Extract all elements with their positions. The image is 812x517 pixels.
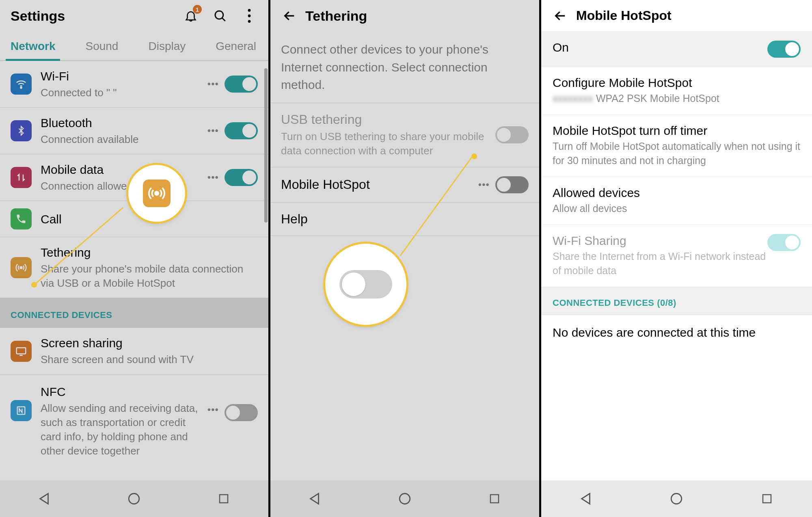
nfc-more-icon[interactable]: ••• [202,404,225,415]
row-hotspot-on[interactable]: On [541,32,812,67]
tab-network[interactable]: Network [11,40,55,60]
bt-title: Bluetooth [41,115,202,131]
nav-recent-icon[interactable] [486,490,503,508]
svg-rect-9 [220,495,228,503]
svg-rect-14 [763,495,771,503]
svg-rect-6 [17,348,26,354]
row-usb-tethering: USB tetheringTurn on USB tethering to sh… [270,103,539,167]
svg-point-1 [248,9,251,12]
bluetooth-icon [11,120,32,141]
svg-point-3 [248,20,251,23]
more-icon[interactable] [241,7,258,24]
nav-recent-icon[interactable] [758,490,776,508]
wifi-sub: Connected to " " [41,86,202,100]
nav-home-icon[interactable] [396,490,414,508]
nav-home-icon[interactable] [125,490,143,508]
bt-toggle[interactable] [225,122,258,139]
cfg-title: Configure Mobile HotSpot [553,76,801,90]
cfg-sub: xxxxxxxx WPA2 PSK Mobile HotSpot WPA2 PS… [553,91,801,106]
svg-point-8 [129,493,140,504]
bt-sub: Connection available [41,132,202,147]
wifi-more-icon[interactable]: ••• [202,78,225,90]
back-icon[interactable] [281,7,298,24]
row-turnoff-timer[interactable]: Mobile HotSpot turn off timerTurn off Mo… [541,115,812,177]
svg-point-11 [400,493,410,504]
row-configure-hotspot[interactable]: Configure Mobile HotSpotxxxxxxxx WPA2 PS… [541,67,812,115]
nfc-title: NFC [41,384,202,400]
allowed-title: Allowed devices [553,186,801,200]
nav-back-icon[interactable] [577,490,595,508]
svg-point-10 [155,192,158,195]
nav-back-icon[interactable] [306,490,324,508]
scr-title: Screen sharing [41,335,258,351]
svg-point-4 [20,87,22,88]
tethering-description: Connect other devices to your phone's In… [270,32,539,103]
connected-devices-header: CONNECTED DEVICES (0/8) [541,287,812,315]
svg-point-0 [215,11,223,19]
notifications-icon[interactable]: 1 [182,7,199,24]
settings-pane: Settings 1 Network Sound Display General… [0,0,270,517]
tethering-callout-icon [143,180,171,207]
scrollbar-thumb[interactable] [264,68,268,223]
svg-point-2 [248,15,251,17]
mob-more-icon[interactable]: ••• [202,172,225,183]
teth-title: Tethering [41,244,258,260]
tethering-title: Tethering [305,8,367,24]
tethering-icon [11,257,32,278]
mhs-more-icon[interactable]: ••• [473,179,495,190]
row-nfc[interactable]: NFCAllow sending and receiving data, suc… [0,375,268,465]
row-wifi-sharing: Wi-Fi SharingShare the Internet from a W… [541,225,812,287]
tab-display[interactable]: Display [148,40,186,60]
row-mobile-hotspot[interactable]: Mobile HotSpot ••• [270,167,539,203]
row-tethering[interactable]: TetheringShare your phone's mobile data … [0,237,268,298]
nav-recent-icon[interactable] [215,490,233,508]
row-wifi[interactable]: Wi-FiConnected to " " ••• [0,61,268,108]
nav-home-icon[interactable] [667,490,685,508]
nfc-toggle[interactable] [225,404,258,421]
tab-sound[interactable]: Sound [85,40,118,60]
nfc-icon [11,400,32,421]
mob-toggle[interactable] [225,169,258,186]
tab-general[interactable]: General [216,40,256,60]
bt-more-icon[interactable]: ••• [202,125,225,136]
svg-point-5 [20,266,22,268]
settings-tabs: Network Sound Display General [0,32,268,61]
timer-title: Mobile HotSpot turn off timer [553,124,801,138]
svg-point-13 [672,493,682,504]
network-list: Wi-FiConnected to " " ••• BluetoothConne… [0,61,268,465]
timer-sub: Turn off Mobile HotSpot automatically wh… [553,139,801,168]
row-bluetooth[interactable]: BluetoothConnection available ••• [0,108,268,154]
search-icon[interactable] [212,7,229,24]
hotspot-on-toggle[interactable] [767,41,801,58]
mobile-hotspot-pane: Mobile HotSpot On Configure Mobile HotSp… [541,0,812,517]
wifi-toggle[interactable] [225,76,258,93]
help-title: Help [281,212,529,227]
tethering-pane: Tethering Connect other devices to your … [270,0,541,517]
nav-bar [541,480,812,517]
mhs-toggle[interactable] [495,176,529,193]
on-label: On [553,41,767,54]
tethering-callout [128,165,185,222]
cfg-ssid: xxxxxxxx [553,93,593,104]
row-help[interactable]: Help [270,203,539,236]
teth-sub: Share your phone's mobile data connectio… [41,262,258,290]
wifishare-toggle [767,234,801,251]
mhs-header: Mobile HotSpot [541,0,812,32]
nav-bar [270,480,539,517]
call-icon [11,208,32,229]
back-icon[interactable] [552,7,569,24]
mhs-title: Mobile HotSpot [281,177,473,192]
row-screen-sharing[interactable]: Screen sharingShare screen and sound wit… [0,328,268,374]
toggle-callout-switch [339,270,392,299]
nfc-sub: Allow sending and receiving data, such a… [41,401,202,458]
settings-title: Settings [11,8,65,24]
scr-sub: Share screen and sound with TV [41,353,258,367]
row-allowed-devices[interactable]: Allowed devicesAllow all devices [541,177,812,225]
nav-back-icon[interactable] [36,490,54,508]
svg-rect-12 [490,495,499,503]
wifi-icon [11,74,32,95]
usb-sub: Turn on USB tethering to share your mobi… [281,130,495,158]
allowed-sub: Allow all devices [553,201,801,216]
wifishare-sub: Share the Internet from a Wi-Fi network … [553,249,767,278]
wifishare-title: Wi-Fi Sharing [553,234,767,248]
